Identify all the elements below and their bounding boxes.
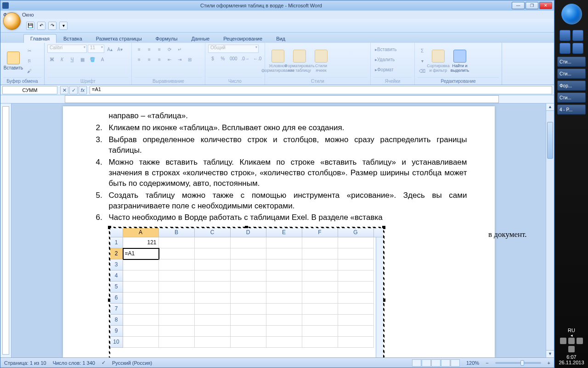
cell[interactable] bbox=[231, 293, 266, 304]
page[interactable]: направо – «таблица». 2.Кликаем по иконке… bbox=[63, 106, 495, 357]
cell[interactable] bbox=[123, 315, 159, 326]
cell[interactable] bbox=[195, 337, 231, 348]
cell[interactable] bbox=[266, 282, 302, 293]
cell[interactable] bbox=[338, 337, 374, 348]
align-top-icon[interactable]: ≡ bbox=[135, 45, 144, 54]
find-select-button[interactable]: Найти и выделить bbox=[450, 47, 470, 75]
col-header-f[interactable]: F bbox=[302, 228, 338, 237]
tab-formulas[interactable]: Формулы bbox=[149, 34, 185, 43]
cell[interactable] bbox=[302, 326, 338, 337]
status-words[interactable]: Число слов: 1 340 bbox=[53, 360, 95, 366]
shrink-font-icon[interactable]: A▾ bbox=[115, 45, 124, 54]
status-spellcheck-icon[interactable]: ✓ bbox=[102, 360, 106, 366]
taskbar-item[interactable]: Фор... bbox=[557, 80, 586, 91]
horizontal-ruler[interactable] bbox=[0, 95, 554, 104]
view-full-screen-icon[interactable] bbox=[422, 359, 431, 367]
cells-format-button[interactable]: ▸ Формат bbox=[373, 65, 413, 74]
increase-decimal-icon[interactable]: .0→ bbox=[240, 54, 251, 63]
col-header-e[interactable]: E bbox=[266, 228, 302, 237]
row-header[interactable]: 6 bbox=[110, 293, 123, 304]
cut-icon[interactable]: ✂ bbox=[25, 46, 34, 56]
cell[interactable] bbox=[159, 248, 195, 259]
cell[interactable] bbox=[302, 293, 338, 304]
bold-icon[interactable]: Ж bbox=[47, 55, 57, 64]
percent-icon[interactable]: % bbox=[218, 54, 227, 63]
row-header[interactable]: 3 bbox=[110, 259, 123, 270]
cell[interactable] bbox=[302, 337, 338, 348]
row-header[interactable]: 1 bbox=[110, 237, 123, 248]
cell[interactable] bbox=[195, 248, 231, 259]
status-language[interactable]: Русский (Россия) bbox=[112, 360, 152, 366]
cell[interactable] bbox=[338, 270, 374, 282]
cell[interactable] bbox=[159, 237, 195, 248]
autosum-icon[interactable]: Σ bbox=[418, 46, 427, 56]
minimize-button[interactable]: — bbox=[512, 2, 525, 9]
cell[interactable] bbox=[123, 337, 159, 348]
qat-undo-icon[interactable]: ↶ bbox=[37, 22, 45, 30]
decrease-decimal-icon[interactable]: ←.0 bbox=[252, 54, 263, 63]
cell[interactable] bbox=[266, 293, 302, 304]
cell[interactable] bbox=[338, 304, 374, 315]
close-button[interactable]: ✕ bbox=[539, 2, 552, 9]
quick-launch-item[interactable] bbox=[572, 30, 583, 41]
cell[interactable] bbox=[195, 293, 231, 304]
cells-delete-button[interactable]: ▸ Удалить bbox=[373, 55, 413, 64]
cell[interactable] bbox=[302, 237, 338, 248]
tab-data[interactable]: Данные bbox=[184, 34, 216, 43]
cell[interactable] bbox=[159, 337, 195, 348]
cell[interactable] bbox=[123, 304, 159, 315]
tray-signal-icon[interactable] bbox=[568, 346, 575, 352]
zoom-out-icon[interactable]: − bbox=[486, 360, 488, 366]
row-header[interactable]: 8 bbox=[110, 315, 123, 326]
zoom-thumb[interactable] bbox=[520, 360, 524, 366]
cell[interactable] bbox=[302, 259, 338, 270]
maximize-button[interactable]: ❐ bbox=[526, 2, 538, 9]
vertical-scrollbar[interactable]: ▲ ▼ bbox=[546, 104, 554, 357]
fill-color-icon[interactable]: 🪣 bbox=[88, 55, 97, 64]
row-header[interactable]: 10 bbox=[110, 337, 123, 348]
qat-save-icon[interactable]: 💾 bbox=[26, 22, 34, 30]
cell[interactable] bbox=[123, 270, 159, 282]
fx-icon[interactable]: fx bbox=[79, 86, 87, 94]
cell[interactable] bbox=[231, 315, 266, 326]
cell[interactable] bbox=[195, 259, 231, 270]
cell[interactable] bbox=[159, 282, 195, 293]
taskbar-item[interactable]: Сти... bbox=[557, 69, 586, 79]
cell[interactable] bbox=[338, 237, 374, 248]
row-header[interactable]: 5 bbox=[110, 282, 123, 293]
zoom-slider[interactable] bbox=[495, 362, 541, 364]
tray-network-icon[interactable] bbox=[577, 338, 583, 344]
tray-lang[interactable]: RU bbox=[559, 328, 584, 333]
cell[interactable] bbox=[302, 248, 338, 259]
merge-icon[interactable]: ⊞ bbox=[185, 55, 194, 64]
taskbar-item[interactable]: Сти... bbox=[557, 57, 586, 67]
cell[interactable] bbox=[266, 337, 302, 348]
col-header-b[interactable]: B bbox=[159, 228, 195, 237]
cell[interactable] bbox=[338, 248, 374, 259]
cell[interactable] bbox=[266, 270, 302, 282]
cell[interactable] bbox=[231, 337, 266, 348]
col-header-a[interactable]: A bbox=[123, 228, 159, 237]
orientation-icon[interactable]: ⟳ bbox=[165, 45, 174, 54]
zoom-in-icon[interactable]: + bbox=[548, 360, 550, 366]
embedded-excel-object[interactable]: A B C D E F G 1121 2=A1 3 4 bbox=[109, 227, 384, 357]
vertical-ruler[interactable] bbox=[0, 104, 11, 357]
cell[interactable] bbox=[231, 282, 266, 293]
cell[interactable] bbox=[266, 259, 302, 270]
cell[interactable] bbox=[266, 315, 302, 326]
excel-vertical-scrollbar[interactable] bbox=[376, 237, 383, 357]
italic-icon[interactable]: К bbox=[57, 55, 67, 64]
font-name-select[interactable]: Calibri bbox=[47, 45, 87, 53]
row-header[interactable]: 4 bbox=[110, 270, 123, 282]
scrollbar-thumb[interactable] bbox=[547, 122, 553, 159]
align-middle-icon[interactable]: ≡ bbox=[145, 45, 154, 54]
align-left-icon[interactable]: ≡ bbox=[135, 55, 144, 64]
font-size-select[interactable]: 11 bbox=[88, 45, 104, 53]
cell[interactable] bbox=[195, 315, 231, 326]
cell[interactable] bbox=[123, 259, 159, 270]
quick-launch-item[interactable] bbox=[560, 43, 571, 54]
fill-icon[interactable]: ▾ bbox=[418, 57, 427, 66]
view-outline-icon[interactable] bbox=[441, 359, 450, 367]
name-box[interactable]: СУММ bbox=[2, 86, 57, 94]
enter-formula-icon[interactable]: ✓ bbox=[69, 86, 78, 94]
